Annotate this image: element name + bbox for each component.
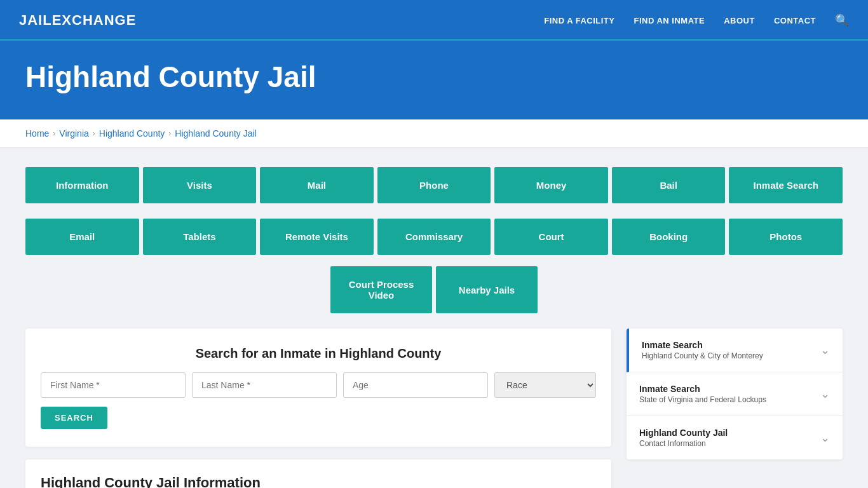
breadcrumb-highland-county[interactable]: Highland County <box>99 128 165 139</box>
btn-tablets[interactable]: Tablets <box>143 219 257 255</box>
breadcrumb-home[interactable]: Home <box>25 128 49 139</box>
sidebar-item-1-subtitle: State of Virginia and Federal Lockups <box>639 395 766 404</box>
btn-information[interactable]: Information <box>25 167 139 203</box>
chevron-down-icon-1: ⌄ <box>820 387 830 401</box>
btn-visits[interactable]: Visits <box>143 167 257 203</box>
breadcrumb-bar: Home › Virginia › Highland County › High… <box>0 119 868 148</box>
hero-section: Highland County Jail <box>0 41 868 119</box>
sidebar-item-2-subtitle: Contact Information <box>639 439 728 448</box>
btn-commissary[interactable]: Commissary <box>377 219 491 255</box>
nav-contact[interactable]: CONTACT <box>774 16 816 25</box>
btn-photos[interactable]: Photos <box>729 219 843 255</box>
sidebar-item-2[interactable]: Highland County Jail Contact Information… <box>627 416 843 459</box>
sidebar-item-0[interactable]: Inmate Search Highland County & City of … <box>627 329 843 372</box>
first-name-input[interactable] <box>41 372 186 398</box>
search-icon[interactable]: 🔍 <box>835 13 849 27</box>
main-content: Information Visits Mail Phone Money Bail… <box>0 148 868 488</box>
breadcrumb: Home › Virginia › Highland County › High… <box>25 128 843 139</box>
info-section-title: Highland County Jail Information <box>41 475 596 488</box>
btn-booking[interactable]: Booking <box>612 219 726 255</box>
btn-mail[interactable]: Mail <box>260 167 374 203</box>
btn-court-process-video[interactable]: Court Process Video <box>330 266 432 313</box>
sidebar-item-1[interactable]: Inmate Search State of Virginia and Fede… <box>627 372 843 416</box>
breadcrumb-virginia[interactable]: Virginia <box>59 128 88 139</box>
form-row-inputs: Race White Black Hispanic Asian Other <box>41 372 596 398</box>
last-name-input[interactable] <box>192 372 337 398</box>
info-box: Highland County Jail Information <box>25 459 611 488</box>
grid-row-1: Information Visits Mail Phone Money Bail… <box>25 167 843 203</box>
race-select[interactable]: Race White Black Hispanic Asian Other <box>494 372 596 398</box>
btn-email[interactable]: Email <box>25 219 139 255</box>
btn-phone[interactable]: Phone <box>377 167 491 203</box>
grid-row-2: Email Tablets Remote Visits Commissary C… <box>25 219 843 255</box>
nav-links: FIND A FACILITY FIND AN INMATE ABOUT CON… <box>544 13 849 27</box>
logo-exchange: EXCHANGE <box>52 12 137 28</box>
breadcrumb-sep-1: › <box>53 129 55 138</box>
search-form-box: Search for an Inmate in Highland County … <box>25 329 611 447</box>
age-input[interactable] <box>343 372 488 398</box>
breadcrumb-sep-2: › <box>93 129 95 138</box>
breadcrumb-sep-3: › <box>168 129 171 138</box>
navbar: JAILEXCHANGE FIND A FACILITY FIND AN INM… <box>0 0 868 41</box>
nav-find-inmate[interactable]: FIND AN INMATE <box>634 16 705 25</box>
content-area: Search for an Inmate in Highland County … <box>25 329 843 488</box>
logo-jail: JAIL <box>19 12 52 28</box>
sidebar-item-2-title: Highland County Jail <box>639 428 728 438</box>
breadcrumb-highland-jail[interactable]: Highland County Jail <box>175 128 256 139</box>
nav-about[interactable]: ABOUT <box>724 16 755 25</box>
search-button[interactable]: SEARCH <box>41 407 107 429</box>
nav-find-facility[interactable]: FIND A FACILITY <box>544 16 614 25</box>
search-form-title: Search for an Inmate in Highland County <box>41 346 596 361</box>
grid-row-3: Court Process Video Nearby Jails <box>25 266 843 313</box>
sidebar-item-1-title: Inmate Search <box>639 384 766 394</box>
sidebar-item-0-title: Inmate Search <box>642 340 763 350</box>
btn-nearby-jails[interactable]: Nearby Jails <box>436 266 538 313</box>
btn-money[interactable]: Money <box>494 167 608 203</box>
btn-inmate-search[interactable]: Inmate Search <box>729 167 843 203</box>
sidebar-item-0-subtitle: Highland County & City of Monterey <box>642 351 763 360</box>
page-title: Highland County Jail <box>25 60 843 94</box>
sidebar-card: Inmate Search Highland County & City of … <box>627 329 843 459</box>
btn-bail[interactable]: Bail <box>612 167 726 203</box>
btn-court[interactable]: Court <box>494 219 608 255</box>
chevron-down-icon-0: ⌄ <box>820 343 830 357</box>
btn-remote-visits[interactable]: Remote Visits <box>260 219 374 255</box>
chevron-down-icon-2: ⌄ <box>820 431 830 445</box>
left-panel: Search for an Inmate in Highland County … <box>25 329 611 488</box>
right-panel: Inmate Search Highland County & City of … <box>627 329 843 459</box>
site-logo[interactable]: JAILEXCHANGE <box>19 12 136 29</box>
